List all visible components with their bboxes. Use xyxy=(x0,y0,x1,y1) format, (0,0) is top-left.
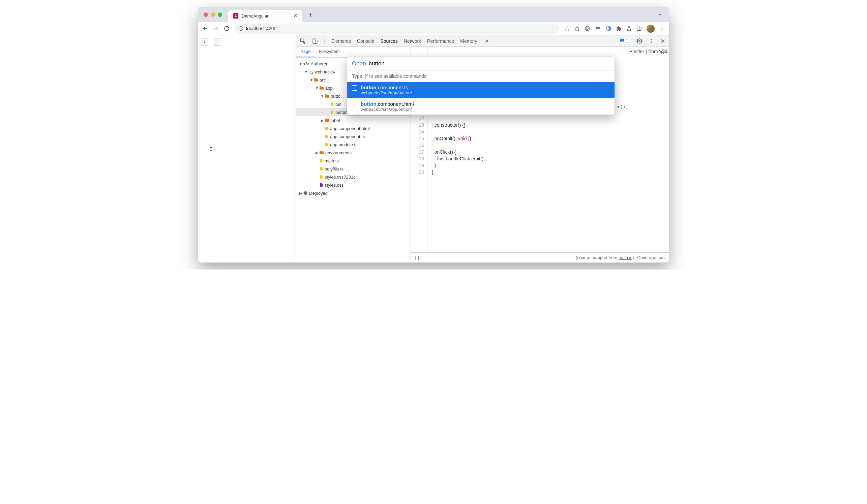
devtools-menu-icon[interactable] xyxy=(649,39,654,44)
svg-marker-6 xyxy=(575,26,579,31)
svg-point-10 xyxy=(596,27,598,29)
window-controls xyxy=(204,12,222,17)
share-icon[interactable] xyxy=(564,26,570,31)
code-overflow-fragment: >(); xyxy=(617,104,628,109)
devtools-tab-console[interactable]: Console xyxy=(357,39,374,44)
svg-point-25 xyxy=(651,41,652,42)
content-area: + 0 - | Elements Console Sources Network… xyxy=(198,35,669,262)
tree-app-module[interactable]: app.module.ts xyxy=(330,142,358,147)
tree-webpack[interactable]: webpack:// xyxy=(314,69,335,75)
sidebar-tabs: Page Filesystem xyxy=(296,47,410,58)
address-bar[interactable]: localhost:4200 xyxy=(234,24,559,34)
coverage-label: Coverage: n/a xyxy=(637,255,665,260)
browser-window: A DemoAngular ✕ ＋ localhost:4200 xyxy=(198,7,669,263)
devtools-body: Page Filesystem ▼</>Authored ▼webpack://… xyxy=(296,47,669,262)
url-port: :4200 xyxy=(265,26,276,31)
palette-input[interactable] xyxy=(369,60,610,67)
back-button[interactable] xyxy=(202,25,208,32)
angular-favicon: A xyxy=(233,13,238,19)
tree-environments[interactable]: environments xyxy=(325,150,352,155)
palette-open-label: Open xyxy=(352,60,366,67)
device-toolbar-icon[interactable] xyxy=(312,38,318,44)
tree-app-html[interactable]: app.component.html xyxy=(330,126,370,131)
svg-rect-15 xyxy=(637,26,641,30)
devtools-tab-elements[interactable]: Elements xyxy=(331,39,351,44)
extensions-puzzle-icon[interactable] xyxy=(616,26,622,31)
side-panel-icon[interactable] xyxy=(636,26,642,31)
svg-point-17 xyxy=(662,26,663,28)
svg-point-24 xyxy=(651,39,652,40)
code-import-tail: Emitter } from '@a xyxy=(629,49,667,54)
tree-button-html[interactable]: but xyxy=(335,102,342,107)
forward-button[interactable] xyxy=(213,25,219,32)
tree-polyfills[interactable]: polyfills.ts xyxy=(325,166,343,172)
source-map-link[interactable]: main.js xyxy=(619,255,632,260)
counter-value: 0 xyxy=(210,146,212,152)
decrement-button[interactable]: - xyxy=(214,38,221,45)
tab-strip: A DemoAngular ✕ ＋ xyxy=(198,7,669,22)
sidebar-tab-page[interactable]: Page xyxy=(296,47,314,57)
svg-point-8 xyxy=(586,28,587,28)
tab-close-icon[interactable]: ✕ xyxy=(293,13,298,19)
palette-result-0[interactable]: ◦ button.component.ts webpack:///src/app… xyxy=(347,81,614,98)
tabs-menu-chevron-icon[interactable] xyxy=(657,12,662,17)
extension-icon-3[interactable] xyxy=(606,25,611,31)
open-file-palette: Open Type '?' to see available commands … xyxy=(347,57,615,115)
browser-tab[interactable]: A DemoAngular ✕ xyxy=(228,10,302,22)
bookmark-star-icon[interactable] xyxy=(575,26,580,31)
webpage-content: + 0 - xyxy=(198,35,296,262)
tree-label[interactable]: label xyxy=(331,118,340,123)
source-mapped-label: (source mapped from main.js) xyxy=(576,255,634,260)
maximize-window-button[interactable] xyxy=(218,12,222,17)
svg-rect-22 xyxy=(315,40,317,43)
new-tab-button[interactable]: ＋ xyxy=(307,10,314,19)
editor-statusbar: { } (source mapped from main.js) Coverag… xyxy=(411,252,669,262)
tree-app-ts[interactable]: app.component.ts xyxy=(330,134,365,139)
devtools-tab-network[interactable]: Network xyxy=(404,39,421,44)
devtools-panel: | Elements Console Sources Network Perfo… xyxy=(296,35,669,262)
editor-right-toggle[interactable] xyxy=(661,47,669,252)
svg-point-9 xyxy=(588,28,589,28)
devtools-tab-sources[interactable]: Sources xyxy=(380,39,397,44)
issues-badge[interactable]: 1 xyxy=(617,38,630,44)
svg-point-7 xyxy=(585,26,590,31)
sidebar-tab-filesystem[interactable]: Filesystem xyxy=(314,47,343,57)
site-info-icon[interactable] xyxy=(238,26,243,31)
url-host: localhost xyxy=(246,26,265,31)
reload-button[interactable] xyxy=(224,25,229,31)
tab-title: DemoAngular xyxy=(242,13,290,19)
minimize-window-button[interactable] xyxy=(211,12,215,17)
labs-flask-icon[interactable] xyxy=(626,26,632,31)
browser-toolbar: localhost:4200 xyxy=(198,22,669,35)
devtools-tabbar: | Elements Console Sources Network Perfo… xyxy=(296,35,669,47)
tree-deployed[interactable]: Deployed xyxy=(309,191,328,196)
palette-input-row: Open xyxy=(347,57,614,70)
svg-point-11 xyxy=(598,27,600,29)
extension-icon-2[interactable] xyxy=(595,25,601,32)
svg-point-26 xyxy=(651,42,652,43)
tree-authored[interactable]: Authored xyxy=(311,61,329,66)
inspect-element-icon[interactable] xyxy=(300,38,306,44)
file-icon: ◦ xyxy=(352,102,357,107)
increment-button[interactable]: + xyxy=(201,38,208,45)
devtools-close-icon[interactable] xyxy=(660,39,665,44)
svg-point-23 xyxy=(639,40,641,42)
more-tabs-icon[interactable] xyxy=(483,39,489,44)
tree-src[interactable]: src xyxy=(320,77,325,83)
devtools-tab-memory[interactable]: Memory xyxy=(460,39,477,44)
tree-button-folder[interactable]: butto xyxy=(331,94,341,99)
profile-avatar[interactable] xyxy=(646,25,655,33)
format-braces-icon[interactable]: { } xyxy=(415,255,419,260)
svg-point-18 xyxy=(662,28,663,29)
devtools-tab-performance[interactable]: Performance xyxy=(427,39,454,44)
tree-main[interactable]: main.ts xyxy=(325,158,339,163)
devtools-settings-icon[interactable] xyxy=(636,38,642,44)
tree-styles[interactable]: styles.css xyxy=(325,183,343,188)
palette-result-1[interactable]: ◦ button.component.html webpack:///src/a… xyxy=(347,98,614,114)
tree-app[interactable]: app xyxy=(325,86,333,91)
chrome-menu-icon[interactable] xyxy=(659,26,665,31)
extension-icon-1[interactable] xyxy=(585,25,590,31)
close-window-button[interactable] xyxy=(204,12,208,17)
tree-styles-q[interactable]: styles.css?231c xyxy=(325,175,356,179)
svg-point-19 xyxy=(662,30,663,31)
